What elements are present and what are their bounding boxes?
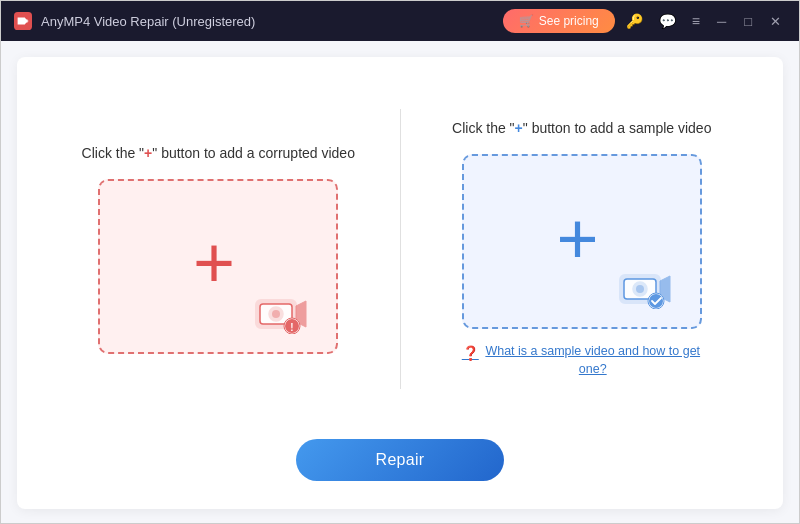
maximize-button[interactable]: □ (738, 12, 758, 31)
left-panel: Click the "+" button to add a corrupted … (37, 145, 400, 354)
panels-row: Click the "+" button to add a corrupted … (37, 77, 763, 421)
corrupted-video-drop-zone[interactable]: + ! (98, 179, 338, 354)
help-link-text: What is a sample video and how to get on… (484, 343, 702, 378)
svg-point-1 (25, 19, 29, 23)
right-panel: Click the "+" button to add a sample vid… (401, 120, 764, 378)
menu-icon[interactable]: ≡ (687, 11, 705, 31)
help-circle-icon: ❓ (462, 344, 479, 364)
titlebar: AnyMP4 Video Repair (Unregistered) 🛒 See… (1, 1, 799, 41)
app-logo (13, 11, 33, 31)
titlebar-right: 🛒 See pricing 🔑 💬 ≡ ─ □ ✕ (503, 9, 787, 33)
pricing-label: See pricing (539, 14, 599, 28)
main-content: Click the "+" button to add a corrupted … (17, 57, 783, 509)
svg-point-5 (272, 310, 280, 318)
chat-icon[interactable]: 💬 (654, 11, 681, 31)
add-sample-icon: + (557, 202, 599, 274)
corrupted-camera-icon: ! (254, 290, 308, 334)
close-button[interactable]: ✕ (764, 12, 787, 31)
minimize-button[interactable]: ─ (711, 12, 732, 31)
sample-video-drop-zone[interactable]: + (462, 154, 702, 329)
see-pricing-button[interactable]: 🛒 See pricing (503, 9, 615, 33)
help-link[interactable]: ❓ What is a sample video and how to get … (462, 343, 702, 378)
right-plus-symbol: + (515, 120, 523, 136)
left-plus-symbol: + (144, 145, 152, 161)
repair-button[interactable]: Repair (296, 439, 505, 481)
bottom-row: Repair (37, 421, 763, 489)
add-corrupted-icon: + (193, 226, 235, 298)
app-title: AnyMP4 Video Repair (Unregistered) (41, 14, 255, 29)
cart-icon: 🛒 (519, 14, 534, 28)
svg-text:!: ! (291, 321, 294, 332)
right-panel-title: Click the "+" button to add a sample vid… (452, 120, 711, 136)
svg-point-14 (649, 294, 663, 308)
svg-point-12 (636, 285, 644, 293)
sample-camera-icon (618, 265, 672, 309)
left-panel-title: Click the "+" button to add a corrupted … (82, 145, 355, 161)
key-icon[interactable]: 🔑 (621, 11, 648, 31)
titlebar-left: AnyMP4 Video Repair (Unregistered) (13, 11, 255, 31)
